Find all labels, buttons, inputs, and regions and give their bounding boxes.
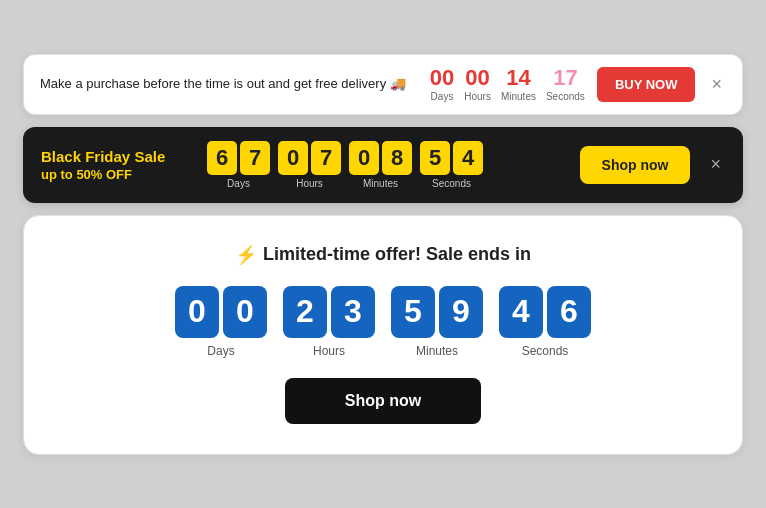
banner1-countdown: 00 Days 00 Hours 14 Minutes 17 Seconds (430, 67, 585, 102)
banner1-seconds: 17 Seconds (546, 67, 585, 102)
bf-hours-digits: 0 7 (278, 141, 341, 175)
blue-days-d1: 0 (175, 286, 219, 338)
bf-seconds-d1: 5 (420, 141, 450, 175)
bf-days: 6 7 Days (207, 141, 270, 189)
blue-minutes-digits: 5 9 (391, 286, 483, 338)
lightning-icon: ⚡ (235, 244, 257, 266)
banner1-seconds-label: Seconds (546, 91, 585, 102)
bf-minutes-digits: 0 8 (349, 141, 412, 175)
blue-days-digits: 0 0 (175, 286, 267, 338)
blue-seconds-d2: 6 (547, 286, 591, 338)
bf-minutes-label: Minutes (363, 178, 398, 189)
blue-days-d2: 0 (223, 286, 267, 338)
bf-title-block: Black Friday Sale up to 50% OFF (41, 147, 191, 182)
bf-subtitle: up to 50% OFF (41, 167, 191, 182)
blue-minutes-label: Minutes (416, 344, 458, 358)
blue-seconds-d1: 4 (499, 286, 543, 338)
banner1-minutes: 14 Minutes (501, 67, 536, 102)
banner1-close-button[interactable]: × (707, 70, 726, 99)
blue-countdown: 0 0 Days 2 3 Hours 5 9 Minutes 4 6 Secon… (175, 286, 591, 358)
bf-title: Black Friday Sale (41, 147, 191, 167)
blue-hours-d1: 2 (283, 286, 327, 338)
bf-days-label: Days (227, 178, 250, 189)
banner1-hours-label: Hours (464, 91, 491, 102)
bf-days-d2: 7 (240, 141, 270, 175)
banner1-hours-value: 00 (465, 67, 489, 89)
blue-days-label: Days (207, 344, 234, 358)
banner1-seconds-value: 17 (553, 67, 577, 89)
banner1-days-label: Days (431, 91, 454, 102)
blue-minutes-d1: 5 (391, 286, 435, 338)
banner3-title: Limited-time offer! Sale ends in (263, 244, 531, 265)
buy-now-button[interactable]: BUY NOW (597, 67, 696, 102)
bf-seconds: 5 4 Seconds (420, 141, 483, 189)
blue-hours: 2 3 Hours (283, 286, 375, 358)
banner1-hours: 00 Hours (464, 67, 491, 102)
bf-close-button[interactable]: × (706, 150, 725, 179)
delivery-text: Make a purchase before the time is out a… (40, 75, 418, 93)
bf-hours-d1: 0 (278, 141, 308, 175)
blue-days: 0 0 Days (175, 286, 267, 358)
bf-minutes-d2: 8 (382, 141, 412, 175)
blackfriday-banner: Black Friday Sale up to 50% OFF 6 7 Days… (23, 127, 743, 203)
bf-minutes: 0 8 Minutes (349, 141, 412, 189)
blue-seconds-digits: 4 6 (499, 286, 591, 338)
bf-minutes-d1: 0 (349, 141, 379, 175)
sale-banner: ⚡ Limited-time offer! Sale ends in 0 0 D… (23, 215, 743, 455)
bf-hours-d2: 7 (311, 141, 341, 175)
banner1-minutes-label: Minutes (501, 91, 536, 102)
blue-seconds: 4 6 Seconds (499, 286, 591, 358)
banner1-days: 00 Days (430, 67, 454, 102)
blue-hours-digits: 2 3 (283, 286, 375, 338)
delivery-banner: Make a purchase before the time is out a… (23, 54, 743, 115)
banner1-minutes-value: 14 (506, 67, 530, 89)
bf-seconds-d2: 4 (453, 141, 483, 175)
bf-seconds-digits: 5 4 (420, 141, 483, 175)
bf-seconds-label: Seconds (432, 178, 471, 189)
banner3-title-row: ⚡ Limited-time offer! Sale ends in (235, 244, 531, 266)
bf-shop-button[interactable]: Shop now (580, 146, 691, 184)
bf-countdown: 6 7 Days 0 7 Hours 0 8 Minutes 5 4 Secon… (207, 141, 564, 189)
blue-seconds-label: Seconds (522, 344, 569, 358)
banner1-days-value: 00 (430, 67, 454, 89)
bf-hours: 0 7 Hours (278, 141, 341, 189)
bf-days-digits: 6 7 (207, 141, 270, 175)
bf-days-d1: 6 (207, 141, 237, 175)
blue-hours-d2: 3 (331, 286, 375, 338)
blue-hours-label: Hours (313, 344, 345, 358)
blue-minutes: 5 9 Minutes (391, 286, 483, 358)
blue-shop-button[interactable]: Shop now (285, 378, 481, 424)
blue-minutes-d2: 9 (439, 286, 483, 338)
bf-hours-label: Hours (296, 178, 323, 189)
